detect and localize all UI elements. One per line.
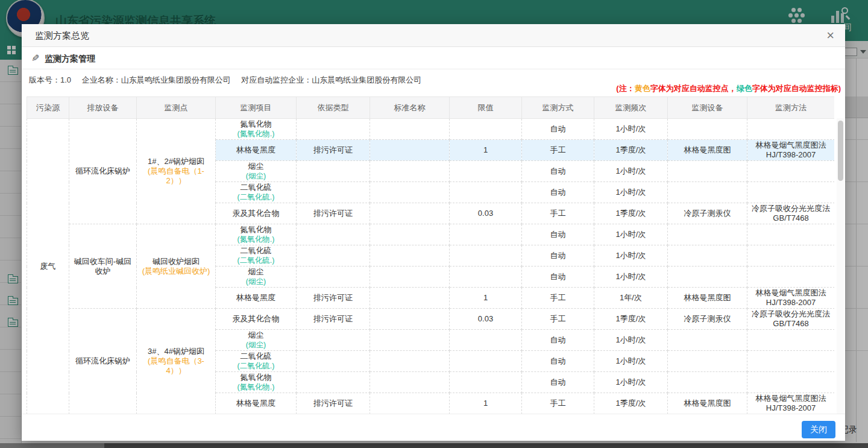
monitor-equipment-cell: 林格曼黑度图	[668, 140, 747, 161]
standard-name-cell	[370, 351, 450, 372]
limit-value-cell	[450, 182, 522, 203]
monitor-equipment-cell	[668, 372, 747, 393]
device-cell: 循环流化床锅炉	[69, 119, 137, 224]
monitor-frequency-cell: 1季度/次	[594, 203, 668, 224]
standard-name-cell	[370, 245, 450, 267]
modal-title: 监测方案总览	[35, 30, 89, 42]
column-header-7: 限值	[450, 97, 522, 119]
table-row[interactable]: 碱回收车间-碱回收炉碱回收炉烟囱(晨鸣纸业碱回收炉)氮氧化物(氮氧化物.)自动1…	[27, 224, 835, 245]
monitor-mode-cell: 自动	[522, 330, 594, 351]
limit-value-cell: 1	[450, 393, 522, 414]
limit-value-cell	[450, 161, 522, 182]
table-scrollbar-thumb[interactable]	[838, 121, 843, 181]
monitoring-plan-modal: 监测方案总览 × ✎ 监测方案管理 版本号：1.0 企业名称：山东晨鸣纸业集团股…	[22, 24, 845, 441]
basis-type-cell: 排污许可证	[297, 393, 370, 414]
close-button[interactable]: 关闭	[802, 421, 835, 438]
standard-name-cell	[370, 393, 450, 414]
monitor-mode-cell: 手工	[522, 393, 594, 414]
note-yellow-word: 黄色	[635, 84, 650, 93]
monitor-frequency-cell: 1小时/次	[594, 330, 668, 351]
limit-value-cell	[450, 119, 522, 140]
basis-type-cell: 排污许可证	[297, 140, 370, 161]
monitor-equipment-cell	[668, 351, 747, 372]
monitor-equipment-cell	[668, 245, 747, 267]
monitor-item-cell: 二氧化硫(二氧化硫.)	[216, 351, 297, 372]
monitor-method-cell	[747, 182, 835, 203]
monitor-mode-cell: 自动	[522, 119, 594, 140]
monitor-method-cell	[747, 330, 835, 351]
limit-value-cell	[450, 245, 522, 267]
limit-value-cell	[450, 224, 522, 245]
section-bar: ✎ 监测方案管理	[22, 47, 845, 69]
basis-type-cell: 排污许可证	[297, 203, 370, 224]
device-cell: 循环流化床锅炉	[69, 309, 137, 414]
monitor-frequency-cell: 1小时/次	[594, 119, 668, 140]
pen-icon: ✎	[31, 52, 39, 64]
device-cell: 碱回收车间-碱回收炉	[69, 224, 137, 309]
company-value: 山东晨鸣纸业集团股份有限公司	[121, 75, 231, 84]
standard-name-cell	[370, 267, 450, 288]
monitor-mode-cell: 自动	[522, 372, 594, 393]
monitor-equipment-cell: 冷原子测汞仪	[668, 309, 747, 330]
standard-name-cell	[370, 330, 450, 351]
limit-value-cell: 1	[450, 140, 522, 161]
monitor-method-cell	[747, 224, 835, 245]
monitor-mode-cell: 自动	[522, 245, 594, 267]
color-legend-note: (注：黄色字体为对应自动监控点，绿色字体为对应自动监控指标)	[616, 83, 841, 94]
table-row[interactable]: 废气循环流化床锅炉1#、2#锅炉烟囱(晨鸣自备电（1-2））氮氧化物(氮氧化物.…	[27, 119, 835, 140]
monitor-mode-cell: 自动	[522, 182, 594, 203]
basis-type-cell: 排污许可证	[297, 288, 370, 309]
limit-value-cell: 1	[450, 288, 522, 309]
table-row[interactable]: 循环流化床锅炉3#、4#锅炉烟囱(晨鸣自备电（3-4））汞及其化合物排污许可证0…	[27, 309, 835, 330]
monitor-point-cell: 碱回收炉烟囱(晨鸣纸业碱回收炉)	[137, 224, 216, 309]
monitor-mode-cell: 手工	[522, 288, 594, 309]
monitor-method-cell	[747, 161, 835, 182]
monitor-method-cell	[747, 267, 835, 288]
basis-type-cell	[297, 351, 370, 372]
close-icon[interactable]: ×	[824, 28, 837, 43]
limit-value-cell	[450, 372, 522, 393]
monitor-frequency-cell: 1小时/次	[594, 267, 668, 288]
monitor-equipment-cell	[668, 119, 747, 140]
monitor-equipment-cell	[668, 182, 747, 203]
monitor-frequency-cell: 1小时/次	[594, 224, 668, 245]
monitor-item-cell: 氮氧化物(氮氧化物.)	[216, 119, 297, 140]
monitor-item-cell: 汞及其化合物	[216, 309, 297, 330]
standard-name-cell	[370, 224, 450, 245]
monitor-item-cell: 汞及其化合物	[216, 203, 297, 224]
note-green-word: 绿色	[737, 84, 752, 93]
section-title: 监测方案管理	[45, 54, 95, 65]
limit-value-cell	[450, 351, 522, 372]
monitor-item-cell: 氮氧化物(氮氧化物.)	[216, 372, 297, 393]
monitor-frequency-cell: 1小时/次	[594, 161, 668, 182]
monitor-equipment-cell: 冷原子测汞仪	[668, 203, 747, 224]
column-header-5: 依据类型	[297, 97, 370, 119]
limit-value-cell: 0.03	[450, 309, 522, 330]
plan-info-line: 版本号：1.0 企业名称：山东晨鸣纸业集团股份有限公司 对应自动监控企业：山东晨…	[29, 75, 421, 86]
basis-type-cell	[297, 182, 370, 203]
monitor-item-cell: 林格曼黑度	[216, 393, 297, 414]
version-label: 版本号：	[29, 75, 60, 84]
column-header-1: 污染源	[27, 97, 69, 119]
limit-value-cell	[450, 267, 522, 288]
basis-type-cell	[297, 245, 370, 267]
auto-company-label: 对应自动监控企业：	[241, 75, 312, 84]
monitor-method-cell: 林格曼烟气黑度图法HJ/T398-2007	[747, 393, 835, 414]
monitor-item-cell: 林格曼黑度	[216, 288, 297, 309]
modal-footer: 关闭	[22, 414, 845, 441]
company-label: 企业名称：	[82, 75, 121, 84]
monitor-frequency-cell: 1小时/次	[594, 351, 668, 372]
monitor-mode-cell: 自动	[522, 161, 594, 182]
monitor-point-cell: 1#、2#锅炉烟囱(晨鸣自备电（1-2））	[137, 119, 216, 224]
monitor-frequency-cell: 1小时/次	[594, 245, 668, 267]
monitor-method-cell	[747, 351, 835, 372]
standard-name-cell	[370, 309, 450, 330]
basis-type-cell	[297, 372, 370, 393]
monitor-mode-cell: 自动	[522, 351, 594, 372]
version-value: 1.0	[60, 75, 71, 84]
column-header-4: 监测项目	[216, 97, 297, 119]
column-header-10: 监测设备	[668, 97, 747, 119]
monitor-item-cell: 烟尘(烟尘)	[216, 267, 297, 288]
limit-value-cell: 0.03	[450, 203, 522, 224]
monitor-frequency-cell: 1季度/次	[594, 140, 668, 161]
